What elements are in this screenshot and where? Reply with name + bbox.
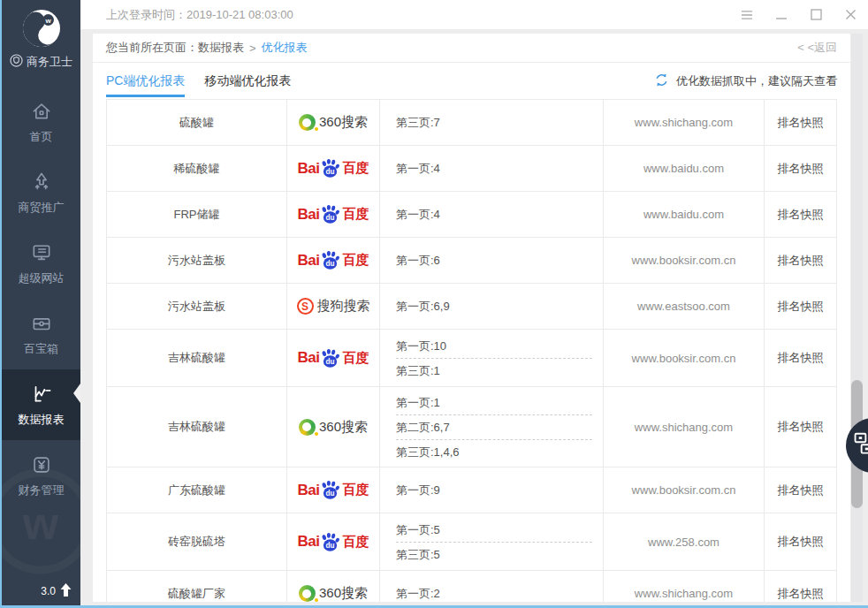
titlebar: 上次登录时间：2019-10-21 08:03:00 — [80, 0, 868, 29]
keyword-cell: 广东硫酸罐 — [107, 467, 287, 513]
rank-page-entry: 第一页:4 — [396, 162, 592, 175]
keyword-text: 吉林硫酸罐 — [168, 350, 225, 366]
baidu-logo-icon: Bai du 百度 — [298, 348, 369, 369]
sidebar-nav: 首页 商贸推广 超级网 — [2, 87, 80, 511]
minimize-icon[interactable] — [775, 9, 788, 21]
rank-pages-cell: 第一页:5第三页:5 — [380, 513, 604, 570]
table-row: 广东硫酸罐 Bai du 百度 — [107, 467, 836, 513]
baidu-logo-icon: Bai du 百度 — [298, 158, 369, 179]
app-window: w 商务卫士 首页 — [0, 0, 868, 608]
sidebar-item-label: 首页 — [30, 129, 53, 145]
sogou-logo-icon: S搜狗搜索 — [297, 298, 370, 315]
version-number: 3.0 — [41, 585, 56, 597]
baidu-logo-icon: Bai du 百度 — [298, 480, 369, 500]
sidebar-item-label: 百宝箱 — [24, 341, 58, 357]
sidebar-item-website[interactable]: 超级网站 — [2, 228, 80, 299]
site-url: www.shichang.com — [635, 116, 733, 129]
svg-text:du: du — [326, 168, 335, 176]
scrollbar-track[interactable] — [851, 34, 863, 602]
rank-page-entry: 第一页:10 — [396, 339, 592, 353]
baidu-logo-icon: Bai du 百度 — [298, 204, 369, 224]
qr-code-icon — [852, 432, 868, 459]
360-search-logo-icon: 360搜索 — [299, 585, 368, 602]
close-icon[interactable] — [844, 9, 857, 21]
sidebar-item-finance[interactable]: 财务管理 — [2, 440, 80, 511]
rank-page-entry: 第三页:1,4,6 — [396, 445, 592, 459]
crawl-status-notice: 优化数据抓取中，建议隔天查看 — [654, 63, 837, 99]
engine-cell: Bai du 百度 — [287, 192, 380, 237]
keyword-cell: 污水站盖板 — [107, 238, 287, 283]
baidu-logo-icon: Bai du 百度 — [298, 250, 369, 270]
sidebar-item-toolbox[interactable]: 百宝箱 — [2, 299, 80, 369]
table-row: 吉林硫酸罐 Bai du 百度 — [107, 330, 836, 387]
snapshot-link[interactable]: 排名快照 — [778, 483, 824, 498]
svg-text:du: du — [326, 490, 335, 498]
last-login-time: 上次登录时间：2019-10-21 08:03:00 — [106, 7, 293, 23]
svg-text:du: du — [326, 541, 335, 549]
refresh-icon[interactable] — [654, 72, 669, 90]
snapshot-link[interactable]: 排名快照 — [778, 534, 824, 550]
table-row: FRP储罐 Bai du 百度 — [107, 192, 836, 238]
menu-icon[interactable] — [741, 9, 753, 21]
sidebar-item-label: 商贸推广 — [19, 200, 65, 216]
breadcrumb-prefix: 您当前所在页面： — [106, 40, 198, 56]
breadcrumb: 您当前所在页面：数据报表 > 优化报表 < <返回 — [93, 34, 850, 63]
table-row: 污水站盖板 S搜狗搜索 — [107, 284, 836, 330]
back-link[interactable]: < <返回 — [797, 40, 837, 56]
breadcrumb-current[interactable]: 优化报表 — [262, 40, 308, 56]
engine-cell: Bai du 百度 — [287, 513, 380, 570]
rank-pages-cell: 第一页:10第三页:1 — [380, 330, 604, 386]
engine-cell: 360搜索 — [287, 571, 380, 602]
site-url: www.booksir.com.cn — [632, 254, 736, 267]
keyword-text: 污水站盖板 — [168, 299, 225, 315]
engine-cell: 360搜索 — [287, 387, 380, 467]
sidebar-item-promotion[interactable]: 商贸推广 — [2, 157, 80, 228]
snapshot-link[interactable]: 排名快照 — [778, 207, 824, 223]
snapshot-link[interactable]: 排名快照 — [778, 253, 824, 269]
maximize-icon[interactable] — [810, 9, 822, 21]
report-icon — [30, 382, 53, 406]
window-controls — [741, 9, 868, 21]
snapshot-link[interactable]: 排名快照 — [778, 299, 824, 315]
rank-page-entry: 第二页:6,7 — [396, 421, 592, 434]
rank-page-entry: 第三页:5 — [396, 548, 592, 561]
keyword-cell: 砖窑脱硫塔 — [107, 513, 287, 570]
360-search-logo-icon: 360搜索 — [299, 419, 368, 436]
app-logo-icon: w — [2, 0, 80, 48]
table-row: 吉林硫酸罐 360搜索 — [107, 387, 836, 467]
table-row: 污水站盖板 Bai du 百度 — [107, 238, 836, 284]
app-name: 商务卫士 — [27, 54, 72, 70]
snapshot-link[interactable]: 排名快照 — [778, 161, 824, 177]
svg-text:du: du — [326, 214, 335, 222]
tab-mobile-report[interactable]: 移动端优化报表 — [204, 63, 291, 99]
snapshot-link[interactable]: 排名快照 — [778, 419, 824, 435]
tab-bar: PC端优化报表 移动端优化报表 优化数据抓取中，建议隔天查看 — [93, 63, 850, 99]
promotion-icon — [30, 170, 53, 194]
keyword-cell: 稀硫酸罐 — [107, 146, 287, 191]
keyword-cell: 污水站盖板 — [107, 284, 287, 329]
app-brand: 商务卫士 — [2, 54, 80, 70]
tab-pc-report[interactable]: PC端优化报表 — [106, 63, 185, 99]
keyword-cell: 吉林硫酸罐 — [107, 387, 287, 467]
keyword-cell: FRP储罐 — [107, 192, 287, 237]
snapshot-link[interactable]: 排名快照 — [778, 350, 824, 366]
keyword-cell: 吉林硫酸罐 — [107, 330, 287, 386]
rank-page-entry: 第一页:4 — [396, 208, 592, 221]
rank-pages-cell: 第一页:6,9 — [380, 284, 604, 329]
finance-icon — [30, 452, 53, 476]
keyword-text: 硫酸罐 — [179, 115, 214, 131]
engine-cell: S搜狗搜索 — [287, 284, 380, 329]
rank-pages-cell: 第三页:7 — [380, 100, 604, 145]
snapshot-link[interactable]: 排名快照 — [778, 115, 824, 131]
sidebar-item-label: 超级网站 — [19, 270, 65, 286]
snapshot-link[interactable]: 排名快照 — [778, 586, 824, 602]
main-area: 上次登录时间：2019-10-21 08:03:00 您当前所在页面：数据报表 — [80, 0, 868, 605]
keyword-cell: 硫酸罐 — [107, 100, 287, 145]
baidu-logo-icon: Bai du 百度 — [298, 532, 369, 552]
sidebar-item-reports[interactable]: 数据报表 — [2, 369, 80, 440]
active-indicator-arrow — [73, 384, 80, 403]
upgrade-arrow-icon[interactable] — [60, 583, 72, 599]
rank-page-entry: 第三页:1 — [396, 364, 592, 377]
rank-page-entry: 第一页:1 — [396, 396, 592, 409]
sidebar-item-home[interactable]: 首页 — [2, 87, 80, 157]
